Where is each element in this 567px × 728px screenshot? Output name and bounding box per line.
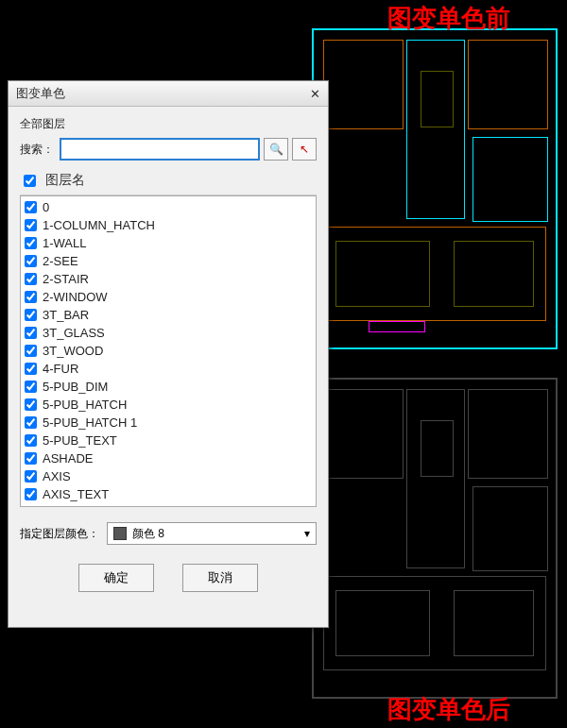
color-swatch [113, 527, 127, 540]
close-button[interactable]: ✕ [305, 85, 324, 102]
search-input[interactable] [60, 138, 260, 161]
layer-item[interactable]: 2-WINDOW [25, 288, 312, 306]
close-icon: ✕ [310, 87, 320, 101]
layer-item[interactable]: 2-STAIR [25, 270, 312, 288]
layer-checkbox[interactable] [25, 255, 37, 267]
layer-item[interactable]: AXIS_TEXT [25, 485, 312, 503]
layer-checkbox[interactable] [25, 363, 37, 375]
layer-list[interactable]: 01-COLUMN_HATCH1-WALL2-SEE2-STAIR2-WINDO… [20, 195, 317, 507]
layer-list-header: 图层名 [20, 166, 317, 195]
layer-checkbox[interactable] [25, 327, 37, 339]
annotation-before: 图变单色前 [387, 2, 510, 35]
color-name: 颜色 8 [132, 526, 164, 542]
layer-name: 1-WALL [43, 236, 86, 250]
layer-checkbox[interactable] [25, 291, 37, 303]
layer-item[interactable]: 5-PUB_HATCH 1 [25, 414, 312, 432]
layer-item[interactable]: 5-PUB_TEXT [25, 432, 312, 449]
layer-item[interactable]: 1-WALL [25, 234, 312, 252]
layer-checkbox[interactable] [25, 416, 37, 429]
search-label: 搜索： [20, 142, 54, 158]
layer-item[interactable]: 2-SEE [25, 252, 312, 270]
layer-checkbox[interactable] [25, 201, 37, 213]
layer-item[interactable]: 3T_GLASS [25, 324, 312, 342]
layer-checkbox[interactable] [25, 470, 37, 483]
layer-name: 0 [43, 200, 49, 214]
annotation-after: 图变单色后 [387, 693, 510, 726]
cancel-button[interactable]: 取消 [182, 564, 258, 592]
layer-name: 5-PUB_TEXT [43, 433, 117, 448]
select-all-checkbox[interactable] [24, 175, 36, 187]
layer-name: 2-STAIR [43, 272, 89, 286]
dialog-titlebar: 图变单色 ✕ [9, 81, 328, 107]
floorplan-after [312, 378, 558, 699]
layer-checkbox[interactable] [25, 434, 37, 447]
dialog-title-text: 图变单色 [16, 85, 65, 102]
layer-name: 3T_WOOD [43, 344, 103, 358]
layer-item[interactable]: 1-COLUMN_HATCH [25, 216, 312, 234]
layer-name: 2-WINDOW [43, 290, 108, 304]
layer-checkbox[interactable] [25, 345, 37, 357]
pick-icon: ↖ [300, 143, 309, 156]
layer-item[interactable]: AXIS [25, 467, 312, 485]
layer-name: 4-FUR [43, 362, 78, 376]
color-label: 指定图层颜色： [20, 526, 99, 542]
search-button[interactable]: 🔍 [264, 138, 288, 161]
header-col-name: 图层名 [45, 172, 85, 189]
layer-item[interactable]: 3T_WOOD [25, 342, 312, 360]
layer-checkbox[interactable] [25, 381, 37, 393]
chevron-down-icon: ▾ [304, 527, 310, 540]
pick-entity-button[interactable]: ↖ [292, 138, 317, 161]
layer-checkbox[interactable] [25, 219, 37, 231]
layer-item[interactable]: ASHADE [25, 449, 312, 467]
layer-name: ASHADE [43, 451, 93, 466]
layer-checkbox[interactable] [25, 452, 37, 465]
layer-name: 5-PUB_DIM [43, 380, 108, 394]
layer-name: 2-SEE [43, 254, 78, 268]
layer-name: 5-PUB_HATCH [43, 398, 127, 412]
ok-button[interactable]: 确定 [78, 564, 154, 592]
layer-name: AXIS_TEXT [43, 487, 109, 501]
layer-item[interactable]: 4-FUR [25, 360, 312, 378]
floorplan-before [312, 28, 558, 349]
layer-name: 3T_BAR [43, 308, 89, 322]
layer-item[interactable]: 5-PUB_HATCH [25, 396, 312, 414]
layer-checkbox[interactable] [25, 273, 37, 285]
layer-item[interactable]: 0 [25, 198, 312, 216]
search-icon: 🔍 [269, 143, 284, 156]
layer-checkbox[interactable] [25, 309, 37, 321]
layer-item[interactable]: 3T_BAR [25, 306, 312, 324]
layer-checkbox[interactable] [25, 488, 37, 500]
dialog-layer-color: 图变单色 ✕ 全部图层 搜索： 🔍 ↖ 图层名 01-COLUMN_HATCH1… [8, 80, 329, 628]
layer-name: 1-COLUMN_HATCH [43, 218, 155, 232]
layer-checkbox[interactable] [25, 237, 37, 249]
layer-name: AXIS [43, 469, 71, 483]
all-layers-label: 全部图层 [20, 116, 65, 132]
layer-checkbox[interactable] [25, 398, 37, 411]
layer-item[interactable]: 5-PUB_DIM [25, 378, 312, 396]
layer-name: 5-PUB_HATCH 1 [43, 415, 137, 430]
layer-name: 3T_GLASS [43, 326, 105, 340]
color-dropdown[interactable]: 颜色 8 ▾ [107, 522, 317, 545]
